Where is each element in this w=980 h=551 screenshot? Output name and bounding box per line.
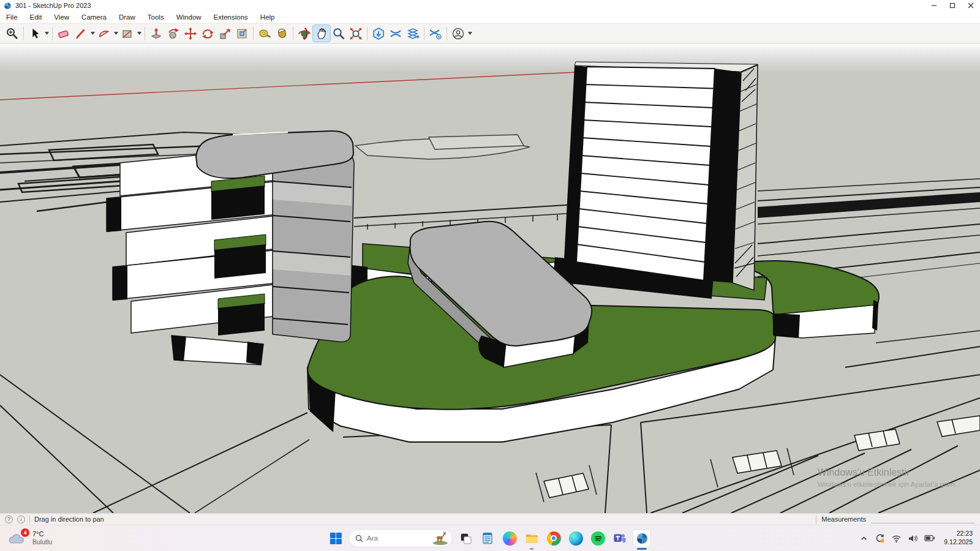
taskbar-search[interactable] bbox=[349, 529, 453, 547]
statusbar-separator-right bbox=[816, 515, 816, 523]
tape-measure-tool-icon[interactable] bbox=[256, 25, 273, 42]
search-icon bbox=[355, 534, 363, 542]
spotify-icon bbox=[590, 531, 605, 545]
share-model-icon[interactable] bbox=[387, 25, 404, 42]
3d-scene bbox=[0, 43, 980, 513]
arc-tool-icon[interactable] bbox=[96, 25, 113, 42]
file-explorer-icon bbox=[524, 532, 538, 544]
measurements-label: Measurements bbox=[821, 515, 866, 523]
notepad-app-button[interactable] bbox=[478, 529, 497, 547]
menubar: File Edit View Camera Draw Tools Window … bbox=[0, 11, 980, 23]
line-tool-icon[interactable] bbox=[72, 25, 89, 42]
rectangle-tool-caret-icon[interactable] bbox=[136, 25, 142, 42]
account-caret-icon[interactable] bbox=[467, 25, 473, 42]
menu-help[interactable]: Help bbox=[254, 11, 281, 23]
zoom-window-tool-icon[interactable] bbox=[4, 25, 21, 42]
open-app-indicator bbox=[530, 548, 533, 550]
weather-condition: Bulutlu bbox=[32, 538, 52, 546]
line-tool-caret-icon[interactable] bbox=[89, 25, 96, 42]
task-view-button[interactable] bbox=[456, 529, 475, 547]
search-input[interactable] bbox=[367, 534, 428, 542]
offset-tool-icon[interactable] bbox=[233, 25, 251, 42]
start-button[interactable] bbox=[326, 529, 345, 547]
eraser-tool-icon[interactable] bbox=[55, 25, 72, 42]
status-help-text: Drag in direction to pan bbox=[34, 515, 104, 523]
menu-view[interactable]: View bbox=[48, 11, 75, 23]
move-tool-icon[interactable] bbox=[182, 25, 199, 42]
statusbar-separator bbox=[29, 515, 30, 523]
menu-edit[interactable]: Edit bbox=[24, 11, 48, 23]
follow-me-tool-icon[interactable] bbox=[165, 25, 182, 42]
system-tray: 22:23 9.12.2025 bbox=[859, 530, 980, 546]
menu-camera[interactable]: Camera bbox=[75, 11, 113, 23]
sketchup-window: 301 - SketchUp Pro 2023 File Edit View C… bbox=[0, 0, 980, 551]
menu-tools[interactable]: Tools bbox=[141, 11, 170, 23]
toolbar bbox=[0, 23, 980, 43]
account-icon[interactable] bbox=[450, 25, 467, 42]
scale-tool-icon[interactable] bbox=[216, 25, 233, 42]
rectangle-tool-icon[interactable] bbox=[119, 25, 136, 42]
menu-window[interactable]: Window bbox=[170, 11, 208, 23]
teams-icon bbox=[613, 531, 627, 545]
sketchup-app-button[interactable] bbox=[633, 529, 651, 547]
taskbar: 4 7°C Bulutlu bbox=[0, 525, 980, 551]
titlebar: 301 - SketchUp Pro 2023 bbox=[0, 0, 980, 11]
weather-temperature: 7°C bbox=[32, 530, 52, 538]
clock-time: 22:23 bbox=[944, 530, 973, 538]
copilot-icon bbox=[502, 531, 516, 545]
teams-app-button[interactable] bbox=[611, 529, 629, 547]
taskbar-center-icons bbox=[326, 525, 651, 551]
window-title: 301 - SketchUp Pro 2023 bbox=[15, 2, 91, 9]
paint-bucket-tool-icon[interactable] bbox=[273, 25, 290, 42]
push-pull-tool-icon[interactable] bbox=[148, 25, 165, 42]
copilot-app-button[interactable] bbox=[500, 529, 519, 547]
windows-logo-icon bbox=[329, 532, 342, 545]
edge-icon bbox=[568, 531, 582, 545]
weather-widget[interactable]: 4 7°C Bulutlu bbox=[0, 530, 141, 546]
task-view-icon bbox=[459, 532, 472, 545]
volume-icon[interactable] bbox=[908, 534, 918, 543]
select-tool-icon[interactable] bbox=[26, 25, 43, 42]
weather-alert-badge: 4 bbox=[21, 528, 29, 537]
sketchup-logo-icon bbox=[4, 2, 12, 10]
minimize-button[interactable] bbox=[925, 0, 943, 11]
send-to-layout-icon[interactable] bbox=[404, 25, 421, 42]
info-icon[interactable] bbox=[17, 515, 25, 523]
taskbar-clock[interactable]: 22:23 9.12.2025 bbox=[944, 530, 973, 546]
edge-app-button[interactable] bbox=[567, 529, 585, 547]
select-tool-caret-icon[interactable] bbox=[43, 25, 50, 42]
menu-extensions[interactable]: Extensions bbox=[208, 11, 254, 23]
menu-file[interactable]: File bbox=[0, 11, 24, 23]
battery-icon[interactable] bbox=[924, 534, 935, 542]
close-button[interactable] bbox=[962, 0, 980, 11]
wifi-icon[interactable] bbox=[891, 534, 902, 543]
chrome-icon bbox=[546, 531, 560, 545]
notepad-icon bbox=[481, 531, 494, 545]
building-left-stacked bbox=[107, 131, 354, 365]
spotify-app-button[interactable] bbox=[589, 529, 607, 547]
sync-update-icon[interactable] bbox=[875, 533, 885, 544]
file-explorer-button[interactable] bbox=[522, 529, 541, 547]
statusbar: Drag in direction to pan Measurements bbox=[0, 513, 980, 525]
maximize-button[interactable] bbox=[943, 0, 962, 11]
arc-tool-caret-icon[interactable] bbox=[113, 25, 119, 42]
measurements-input[interactable] bbox=[871, 515, 975, 523]
rotate-tool-icon[interactable] bbox=[199, 25, 216, 42]
search-highlight-deer-image bbox=[432, 531, 449, 545]
help-beacon-icon[interactable] bbox=[5, 515, 13, 523]
extension-warehouse-icon[interactable] bbox=[427, 25, 444, 42]
model-viewport[interactable]: Windows'u Etkinleştir Windows'u etkinleş… bbox=[0, 43, 980, 513]
pan-tool-icon[interactable] bbox=[313, 25, 330, 42]
3d-warehouse-icon[interactable] bbox=[370, 25, 387, 42]
clock-date: 9.12.2025 bbox=[944, 538, 973, 547]
active-app-indicator bbox=[637, 548, 647, 550]
menu-draw[interactable]: Draw bbox=[113, 11, 141, 23]
tray-chevron-up-icon[interactable] bbox=[859, 534, 869, 543]
zoom-extents-tool-icon[interactable] bbox=[347, 25, 364, 42]
zoom-tool-icon[interactable] bbox=[330, 25, 347, 42]
orbit-tool-icon[interactable] bbox=[296, 25, 313, 42]
sketchup-taskbar-icon bbox=[635, 532, 648, 545]
chrome-app-button[interactable] bbox=[545, 529, 563, 547]
